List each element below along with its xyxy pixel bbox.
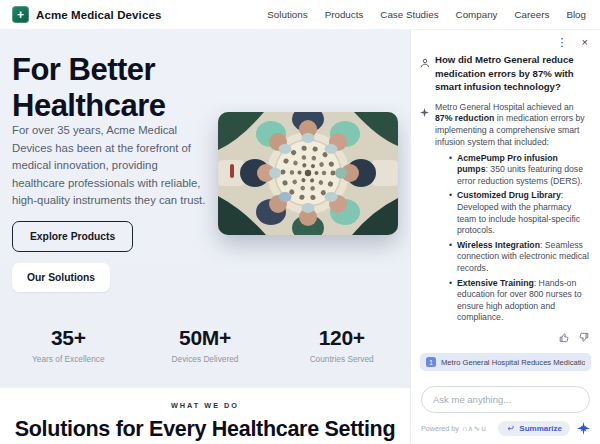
- chat-footer-actions: Summarize: [498, 421, 590, 436]
- vendor-logo: ∩∧∿∪: [462, 424, 487, 433]
- our-solutions-button[interactable]: Our Solutions: [12, 263, 110, 292]
- nav-item-solutions[interactable]: Solutions: [267, 9, 307, 20]
- page-title-line2: Healthcare: [12, 88, 232, 124]
- stat-label: Countries Served: [273, 354, 410, 364]
- stat-label: Devices Delivered: [137, 354, 274, 364]
- feedback-row: [420, 324, 591, 347]
- chat-panel: ⋮ × How did Metro General reduce medicat…: [410, 30, 600, 444]
- section-heading: Solutions for Every Healthcare Setting: [0, 417, 410, 442]
- summarize-arrow-icon: [506, 424, 515, 433]
- bullet-item: Customized Drug Library: Developed with …: [449, 190, 591, 236]
- bullet-bold: Wireless Integration: [457, 240, 540, 250]
- nav-item-blog[interactable]: Blog: [566, 9, 586, 20]
- stat-value: 120+: [273, 326, 410, 350]
- hero-description: For over 35 years, Acme Medical Devices …: [12, 122, 208, 210]
- answer-intro: Metro General Hospital achieved an 87% r…: [435, 102, 591, 149]
- stat-label: Years of Excellence: [0, 354, 137, 364]
- brand[interactable]: + Acme Medical Devices: [12, 6, 161, 23]
- ai-sparkle-button[interactable]: [577, 422, 590, 435]
- citation-title: Metro General Hospital Reduces Medicatio…: [441, 358, 585, 367]
- explore-products-button[interactable]: Explore Products: [12, 221, 133, 252]
- chat-input-area: Powered by ∩∧∿∪ Summarize: [411, 380, 600, 444]
- section-eyebrow: WHAT WE DO: [0, 401, 410, 410]
- page-title: For Better Healthcare: [12, 52, 232, 124]
- user-question: How did Metro General reduce medication …: [435, 53, 591, 94]
- user-message: How did Metro General reduce medication …: [420, 53, 591, 94]
- page-title-line1: For Better: [12, 52, 232, 88]
- thumbs-down-icon[interactable]: [578, 329, 589, 347]
- bullet-bold: Extensive Training: [457, 278, 534, 288]
- chat-input[interactable]: [421, 386, 590, 413]
- blue-sparkle-icon: [577, 422, 590, 435]
- chat-footer: Powered by ∩∧∿∪ Summarize: [421, 421, 590, 436]
- chat-toolbar: ⋮ ×: [411, 30, 600, 51]
- stat-value: 50M+: [137, 326, 274, 350]
- stat-value: 35+: [0, 326, 137, 350]
- stat-countries: 120+ Countries Served: [273, 326, 410, 364]
- overflow-menu-icon[interactable]: ⋮: [555, 36, 570, 49]
- answer-intro-pre: Metro General Hospital achieved an: [435, 102, 574, 112]
- citation-source-chip[interactable]: 1 Metro General Hospital Reduces Medicat…: [420, 353, 591, 371]
- close-icon[interactable]: ×: [580, 36, 590, 49]
- citation-index-badge: 1: [426, 357, 436, 367]
- surgical-team-illustration: [218, 112, 398, 235]
- bullet-item: AcmePump Pro infusion pumps: 350 units f…: [449, 153, 591, 188]
- bullet-item: Extensive Training: Hands-on education f…: [449, 278, 591, 324]
- medical-plus-logo-icon: +: [12, 6, 29, 23]
- brand-name: Acme Medical Devices: [36, 9, 161, 21]
- app: + Acme Medical Devices Solutions Product…: [0, 0, 600, 444]
- stats-row: 35+ Years of Excellence 50M+ Devices Del…: [0, 326, 410, 364]
- site-header: + Acme Medical Devices Solutions Product…: [0, 0, 600, 30]
- thumbs-up-icon[interactable]: [559, 329, 570, 347]
- stat-years: 35+ Years of Excellence: [0, 326, 137, 364]
- summarize-label: Summarize: [519, 424, 562, 433]
- chat-messages: How did Metro General reduce medication …: [411, 51, 600, 380]
- powered-by: Powered by ∩∧∿∪: [421, 424, 487, 433]
- bullet-bold: Customized Drug Library: [457, 190, 561, 200]
- hero-image-surgical-team: [218, 112, 398, 235]
- nav-item-case-studies[interactable]: Case Studies: [380, 9, 438, 20]
- powered-by-label: Powered by: [421, 424, 459, 433]
- user-icon: [420, 53, 430, 94]
- assistant-answer: Metro General Hospital achieved an 87% r…: [435, 102, 591, 325]
- nav-item-company[interactable]: Company: [456, 9, 498, 20]
- nav-item-careers[interactable]: Careers: [515, 9, 550, 20]
- hero-section: For Better Healthcare For over 35 years,…: [0, 30, 410, 444]
- what-we-do-section: WHAT WE DO Solutions for Every Healthcar…: [0, 388, 410, 444]
- ai-sparkle-icon: [420, 102, 430, 325]
- nav-item-products[interactable]: Products: [325, 9, 364, 20]
- stat-devices: 50M+ Devices Delivered: [137, 326, 274, 364]
- answer-bullet-list: AcmePump Pro infusion pumps: 350 units f…: [449, 153, 591, 324]
- main-nav: Solutions Products Case Studies Company …: [267, 9, 586, 20]
- answer-intro-bold: 87% reduction: [435, 113, 494, 123]
- bullet-item: Wireless Integration: Seamless connectio…: [449, 240, 591, 275]
- assistant-message: Metro General Hospital achieved an 87% r…: [420, 102, 591, 325]
- summarize-button[interactable]: Summarize: [498, 421, 570, 436]
